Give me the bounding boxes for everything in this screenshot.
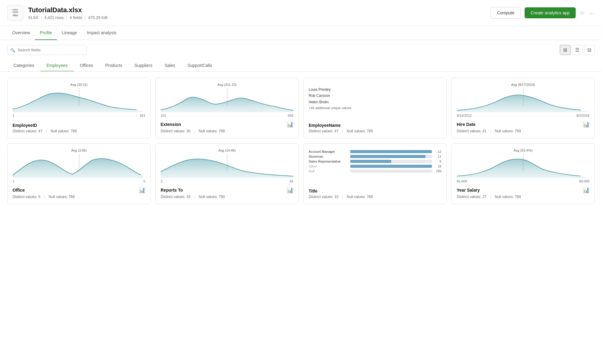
chart-min: 101	[161, 114, 166, 117]
create-analytics-button[interactable]: Create analytics app	[525, 7, 576, 18]
bar-count: 789	[434, 169, 441, 173]
page-header: xlsx TutorialData.xlsx XLSX | 4,421 rows…	[0, 0, 602, 26]
cat-tab-sales[interactable]: Sales	[158, 60, 181, 72]
null-values: Null values: 790	[199, 195, 225, 199]
chart-icon[interactable]: 📊	[287, 187, 293, 193]
stats-sep: |	[194, 195, 195, 199]
card-employee-id: Avg (33.51) 1	[7, 78, 150, 138]
compute-button[interactable]: Compute	[491, 7, 521, 19]
avg-label: Avg (3.06)	[71, 149, 87, 152]
file-fields: 4 fields	[70, 15, 82, 20]
chart-min: 45,000	[457, 179, 467, 183]
avg-label: Avg (311.23)	[217, 83, 237, 86]
name-item: Helen Brolin	[309, 99, 441, 105]
card-title-label: Year Salary	[457, 188, 480, 193]
chart-icon[interactable]: 📊	[287, 121, 293, 128]
bar-bg	[350, 155, 432, 158]
card-footer: Hire Date 📊 Distinct values: 41 | Null v…	[457, 121, 589, 133]
list-view-button[interactable]: ☰	[572, 45, 583, 55]
bar-bg	[350, 160, 432, 163]
file-size: 475.29 KiB	[88, 15, 108, 20]
card-stats: Distinct values: 10 | Null values: 789	[309, 195, 441, 199]
card-footer: Extension 📊 Distinct values: 30 | Null v…	[161, 121, 293, 133]
avg-label: Avg (8/17/2014)	[511, 83, 535, 86]
more-values: +44 additional unique values	[309, 105, 441, 111]
card-chart: Avg (311.23) 101	[161, 83, 293, 117]
more-options-icon[interactable]: ···	[589, 9, 595, 17]
bar-fill	[350, 150, 432, 153]
card-reports-to: Avg (14.46) 2	[155, 143, 299, 204]
chart-icon[interactable]: 📊	[583, 187, 589, 193]
card-title: Office 📊	[13, 187, 145, 193]
tabs-nav: OverviewProfileLineageImpact analysis	[0, 26, 602, 40]
cat-tab-supportcalls[interactable]: SupportCalls	[181, 60, 218, 72]
cat-tab-suppliers[interactable]: Suppliers	[128, 60, 158, 72]
card-stats: Distinct values: 27 | Null values: 789	[457, 195, 589, 199]
file-icon-lines	[13, 9, 18, 13]
bar-row: Storeman 11	[309, 155, 441, 158]
meta-sep: |	[41, 15, 42, 20]
card-title: Reports To 📊	[161, 187, 293, 193]
search-input[interactable]	[7, 45, 87, 55]
chart-max: 8/2/2016	[576, 114, 589, 117]
bookmark-icon[interactable]: ☆	[579, 9, 585, 17]
cat-tab-employees[interactable]: Employees	[40, 60, 74, 72]
stats-sep: |	[342, 195, 343, 199]
card-title: Extension 📊	[161, 121, 293, 128]
card-title-label: Extension	[161, 122, 181, 127]
bar-label: Storeman	[309, 155, 348, 158]
card-footer: Title Distinct values: 10 | Null values:…	[309, 189, 441, 199]
distinct-values: Distinct values: 30	[161, 129, 190, 133]
view-toggle: ⊞ ☰ ⊟	[560, 45, 595, 55]
cat-tab-products[interactable]: Products	[99, 60, 128, 72]
chart-max: 555	[288, 114, 293, 117]
table-view-button[interactable]: ⊟	[584, 45, 595, 55]
null-values: Null values: 789	[347, 195, 373, 199]
bar-bg	[350, 150, 432, 153]
card-title: Year Salary 📊	[457, 187, 589, 193]
chart-min: 1	[13, 114, 14, 117]
chart-min: 9/14/2012	[457, 114, 472, 117]
card-hire-date: Avg (8/17/2014)	[452, 78, 595, 138]
chart-range: 9/14/2012 8/2/2016	[457, 114, 589, 117]
chart-max: 80,000	[579, 179, 589, 183]
chart-icon[interactable]: 📊	[583, 121, 589, 128]
chart-min: 1	[13, 179, 14, 183]
chart-icon[interactable]: 📊	[139, 187, 145, 193]
bar-count: 11	[434, 155, 441, 158]
stats-sep: |	[46, 129, 47, 133]
avg-line	[227, 154, 227, 171]
chart-range: 1 161	[13, 114, 145, 117]
chart-range: 101 555	[161, 114, 293, 117]
stats-sep: |	[44, 195, 45, 199]
card-extension: Avg (311.23) 101	[155, 78, 299, 138]
cat-tab-categories[interactable]: Categories	[7, 60, 40, 72]
card-title-label: EmployeeName	[309, 123, 340, 128]
card-stats: Distinct values: 47 | Null values: 789	[309, 129, 441, 133]
card-chart: Avg (8/17/2014)	[457, 83, 589, 117]
card-footer: Reports To 📊 Distinct values: 16 | Null …	[161, 187, 293, 199]
bar-label: Sales Representative	[309, 160, 348, 163]
tab-lineage[interactable]: Lineage	[57, 26, 82, 40]
card-title-label: Hire Date	[457, 122, 475, 127]
card-chart-text: Louis PresleyRob CarssonHelen Brolin +44…	[309, 83, 441, 119]
cards-area: Avg (33.51) 1	[0, 72, 602, 210]
tab-impact-analysis[interactable]: Impact analysis	[82, 26, 121, 40]
card-chart: Avg (33.51) 1	[13, 83, 145, 119]
bar-count: 12	[434, 150, 441, 153]
tab-overview[interactable]: Overview	[7, 26, 35, 40]
card-footer: EmployeeName Distinct values: 47 | Null …	[309, 123, 441, 133]
card-title: EmployeeName	[309, 123, 441, 128]
bar-label: Other	[309, 164, 348, 168]
grid-view-button[interactable]: ⊞	[560, 45, 570, 55]
avg-line	[523, 88, 523, 105]
card-title-label: Reports To	[161, 188, 183, 193]
null-values: Null values: 789	[51, 129, 77, 133]
tab-profile[interactable]: Profile	[35, 26, 57, 40]
avg-label: Avg (33.51)	[70, 83, 88, 86]
category-tabs: CategoriesEmployeesOfficesProductsSuppli…	[0, 57, 602, 72]
bar-label: Account Manager	[309, 150, 348, 153]
cat-tab-offices[interactable]: Offices	[74, 60, 99, 72]
file-meta: XLSX | 4,421 rows | 4 fields | 475.29 Ki…	[28, 15, 486, 20]
distinct-values: Distinct values: 5	[13, 195, 40, 199]
